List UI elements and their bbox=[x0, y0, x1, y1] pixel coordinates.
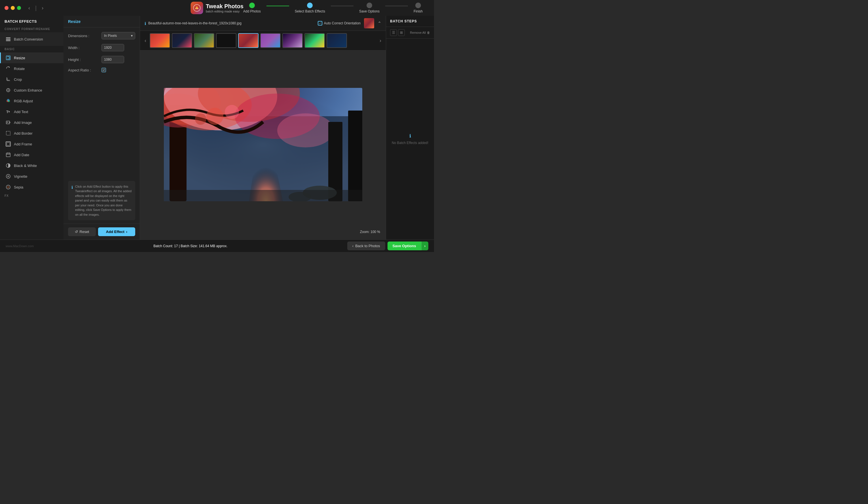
sidebar-item-add-image[interactable]: Add Image bbox=[0, 117, 63, 128]
dimensions-value: In Pixels bbox=[104, 34, 117, 38]
thumbnail-item-active[interactable] bbox=[238, 33, 259, 48]
thumbnail-item[interactable] bbox=[216, 33, 236, 48]
grid-view-button[interactable]: ⊞ bbox=[398, 29, 405, 36]
svg-point-39 bbox=[225, 105, 239, 119]
sidebar-label-black-white: Black & White bbox=[14, 164, 37, 168]
svg-rect-3 bbox=[6, 39, 10, 40]
sidebar-item-vignette[interactable]: Vignette bbox=[0, 171, 63, 182]
add-effect-button[interactable]: Add Effect › bbox=[98, 227, 135, 236]
forward-nav-button[interactable]: › bbox=[40, 4, 45, 12]
sidebar-label-add-date: Add Date bbox=[14, 153, 29, 157]
back-photos-label: Back to Photos bbox=[355, 244, 380, 248]
image-filename: Beautiful-autumn-tree-red-leaves-in-the-… bbox=[148, 21, 241, 25]
width-input[interactable] bbox=[102, 44, 124, 51]
thumbnail-item[interactable] bbox=[327, 33, 347, 48]
bottom-actions: ‹ Back to Photos Save Options › bbox=[347, 241, 428, 250]
main-layout: BATCH EFFECTS CONVERT FORMAT/RENAME Batc… bbox=[0, 16, 434, 239]
workflow-steps: Add Photos Select Batch Effects Save Opt… bbox=[238, 2, 428, 13]
sidebar-section-convert: CONVERT FORMAT/RENAME bbox=[0, 26, 63, 32]
thumb-preview[interactable] bbox=[364, 18, 374, 28]
dimensions-row: Dimensions : In Pixels ▾ bbox=[68, 32, 135, 39]
close-button[interactable] bbox=[4, 6, 9, 10]
thumb-next-button[interactable]: › bbox=[379, 38, 382, 44]
effects-panel: Resize Dimensions : In Pixels ▾ Width : … bbox=[63, 16, 140, 239]
sidebar-item-add-border[interactable]: Add Border bbox=[0, 128, 63, 138]
dimensions-select[interactable]: In Pixels ▾ bbox=[102, 32, 135, 39]
view-icons: ☰ ⊞ bbox=[390, 29, 405, 36]
watermark: www.MacDown.com bbox=[6, 244, 34, 248]
thumbnail-item[interactable] bbox=[150, 33, 170, 48]
thumbnail-item[interactable] bbox=[260, 33, 281, 48]
maximize-button[interactable] bbox=[17, 6, 21, 10]
sidebar-label-rotate: Rotate bbox=[14, 66, 25, 71]
thumbnail-item[interactable] bbox=[304, 33, 325, 48]
thumbnail-list bbox=[150, 33, 376, 48]
thumb-prev-button[interactable]: ‹ bbox=[143, 38, 147, 44]
step-dot-select-effects bbox=[307, 2, 313, 8]
effects-panel-title: Resize bbox=[63, 16, 140, 28]
image-header: ℹ Beautiful-autumn-tree-red-leaves-in-th… bbox=[140, 16, 386, 31]
step-save-options[interactable]: Save Options bbox=[359, 2, 380, 13]
height-input[interactable] bbox=[102, 56, 124, 63]
sidebar-label-add-frame: Add Frame bbox=[14, 142, 32, 146]
sidebar-item-batch-conversion[interactable]: Batch Conversion bbox=[0, 32, 63, 46]
info-box: ℹ Click on Add Effect button to apply th… bbox=[68, 181, 135, 220]
enhance-icon bbox=[6, 87, 11, 93]
sidebar-label-enhance: Custom Enhance bbox=[14, 88, 42, 92]
add-effect-label: Add Effect bbox=[106, 229, 124, 234]
nav-buttons: ‹ | › bbox=[27, 4, 45, 12]
svg-rect-37 bbox=[164, 190, 362, 201]
svg-rect-14 bbox=[6, 142, 10, 146]
save-options-arrow-icon[interactable]: › bbox=[421, 241, 428, 250]
step-select-effects[interactable]: Select Batch Effects bbox=[295, 2, 325, 13]
thumbnail-item[interactable] bbox=[194, 33, 214, 48]
step-finish[interactable]: Finish bbox=[414, 2, 423, 13]
remove-all-icon: 🗑 bbox=[427, 31, 430, 34]
image-header-left: ℹ Beautiful-autumn-tree-red-leaves-in-th… bbox=[145, 21, 241, 26]
auto-correct-toggle[interactable]: ✓ Auto Correct Orientation bbox=[318, 21, 361, 25]
main-image bbox=[164, 88, 362, 202]
sidebar-item-crop[interactable]: Crop bbox=[0, 74, 63, 85]
back-to-photos-button[interactable]: ‹ Back to Photos bbox=[347, 241, 385, 250]
step-dot-save-options bbox=[366, 2, 372, 8]
minimize-button[interactable] bbox=[11, 6, 15, 10]
filename-info-icon: ℹ bbox=[145, 21, 146, 26]
width-row: Width : bbox=[68, 44, 135, 51]
expand-button[interactable]: ⌃ bbox=[378, 21, 381, 26]
sidebar-item-rgb[interactable]: RGB Adjust bbox=[0, 95, 63, 106]
step-dot-add-photos bbox=[249, 2, 255, 8]
sidebar-item-rotate[interactable]: Rotate bbox=[0, 63, 63, 74]
thumbnail-item[interactable] bbox=[282, 33, 303, 48]
thumbnail-item[interactable] bbox=[172, 33, 192, 48]
auto-correct-label: Auto Correct Orientation bbox=[324, 21, 361, 25]
save-options-button[interactable]: Save Options › bbox=[388, 241, 428, 250]
sidebar-item-add-frame[interactable]: Add Frame bbox=[0, 138, 63, 150]
remove-all-button[interactable]: Remove All 🗑 bbox=[410, 31, 430, 34]
back-nav-button[interactable]: ‹ bbox=[27, 4, 32, 12]
sidebar-label-resize: Resize bbox=[14, 56, 25, 60]
image-header-right: ✓ Auto Correct Orientation ⌃ bbox=[318, 18, 381, 28]
step-line-1 bbox=[267, 6, 289, 6]
svg-rect-2 bbox=[6, 38, 10, 38]
svg-point-19 bbox=[7, 175, 9, 177]
sidebar-item-add-date[interactable]: Add Date bbox=[0, 150, 63, 160]
aspect-ratio-checkbox[interactable]: ✓ bbox=[102, 68, 106, 72]
step-label-save-options: Save Options bbox=[359, 9, 380, 13]
svg-point-21 bbox=[7, 186, 9, 188]
reset-button[interactable]: ↺ Reset bbox=[68, 227, 96, 236]
list-view-button[interactable]: ☰ bbox=[390, 29, 397, 36]
sidebar-item-enhance[interactable]: Custom Enhance bbox=[0, 85, 63, 95]
sidebar-item-add-text[interactable]: T Add Text bbox=[0, 106, 63, 117]
effects-content: Dimensions : In Pixels ▾ Width : Height … bbox=[63, 28, 140, 177]
batch-steps-toolbar: ☰ ⊞ Remove All 🗑 bbox=[386, 27, 434, 39]
main-image-wrapper: Zoom: 100 % bbox=[140, 50, 386, 239]
svg-point-38 bbox=[206, 108, 224, 125]
resize-icon bbox=[6, 55, 11, 61]
add-effect-arrow-icon: › bbox=[126, 229, 127, 234]
sidebar-item-resize[interactable]: Resize bbox=[0, 52, 63, 63]
svg-rect-15 bbox=[7, 143, 10, 145]
auto-correct-checkbox[interactable]: ✓ bbox=[318, 21, 322, 25]
sidebar-item-black-white[interactable]: Black & White bbox=[0, 160, 63, 171]
step-add-photos[interactable]: Add Photos bbox=[243, 2, 261, 13]
sidebar-item-sepia[interactable]: Sepia bbox=[0, 182, 63, 193]
